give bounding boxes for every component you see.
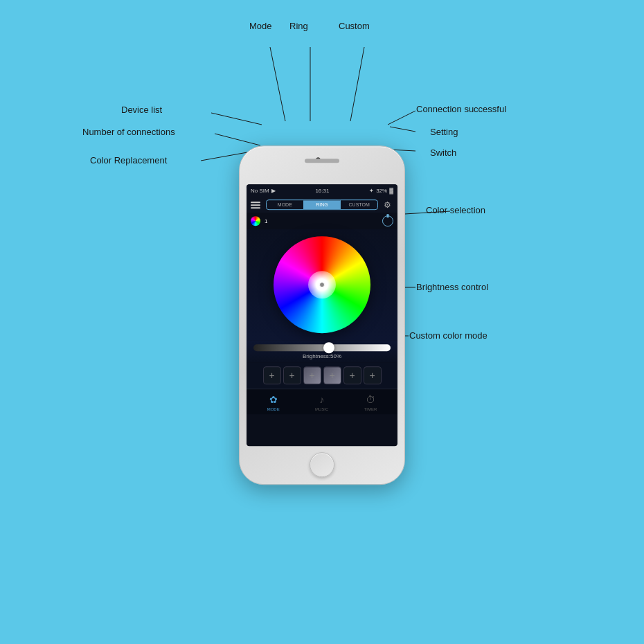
top-label-ring: Ring: [289, 21, 308, 31]
custom-chips-area: + + + + + +: [247, 362, 397, 388]
brightness-area: Brightness:50%: [247, 340, 397, 362]
brightness-control-label: Brightness control: [416, 282, 488, 292]
svg-line-4: [215, 134, 260, 145]
signal-icon: ▶: [271, 188, 276, 194]
svg-line-6: [388, 111, 415, 125]
chip-1[interactable]: +: [263, 366, 281, 384]
tab-buttons: MODE RING CUSTOM: [266, 199, 378, 210]
chip-6[interactable]: +: [364, 366, 382, 384]
device-list-label: Device list: [121, 105, 162, 115]
nav-mode-label: MODE: [267, 407, 280, 411]
tab-bar: MODE RING CUSTOM ⚙: [247, 197, 397, 213]
battery-text: 32%: [376, 188, 387, 194]
num-connections-label: Number of connections: [82, 127, 175, 137]
svg-line-3: [211, 113, 262, 125]
bluetooth-icon: ✦: [369, 188, 374, 194]
nav-music[interactable]: ♪ MUSIC: [315, 393, 328, 411]
phone-screen: No SIM ▶ 16:31 ✦ 32% ▓ MODE RING CU: [247, 184, 397, 446]
color-dot[interactable]: [251, 216, 260, 226]
wheel-center: [319, 282, 325, 287]
chip-2[interactable]: +: [283, 366, 301, 384]
top-label-custom: Custom: [339, 21, 370, 31]
color-wheel-area: [247, 229, 397, 340]
power-switch-icon[interactable]: [382, 215, 393, 226]
home-button[interactable]: [310, 452, 334, 477]
color-row: 1: [247, 213, 397, 229]
svg-line-2: [350, 47, 364, 121]
custom-color-mode-label: Custom color mode: [409, 330, 488, 341]
bottom-nav: ✿ MODE ♪ MUSIC ⏱ TIMER: [247, 388, 397, 414]
top-label-mode: Mode: [249, 21, 272, 31]
music-icon: ♪: [316, 393, 328, 406]
nav-mode[interactable]: ✿ MODE: [267, 393, 280, 411]
carrier-text: No SIM: [251, 188, 269, 194]
chip-5[interactable]: +: [343, 366, 361, 384]
nav-timer[interactable]: ⏱ TIMER: [364, 393, 377, 411]
color-wheel[interactable]: [274, 236, 370, 333]
switch-label: Switch: [430, 147, 456, 158]
time-display: 16:31: [315, 188, 329, 194]
color-replacement-label: Color Replacement: [90, 155, 167, 166]
setting-label: Setting: [430, 127, 458, 137]
tab-ring[interactable]: RING: [304, 200, 341, 209]
tab-custom[interactable]: CUSTOM: [341, 200, 377, 209]
brightness-thumb[interactable]: [323, 342, 334, 353]
phone-speaker: [305, 159, 339, 163]
battery-icon: ▓: [389, 188, 393, 194]
settings-icon[interactable]: ⚙: [384, 200, 393, 210]
svg-line-7: [390, 127, 415, 132]
status-bar: No SIM ▶ 16:31 ✦ 32% ▓: [247, 184, 397, 197]
connection-count: 1: [265, 218, 267, 224]
chip-3[interactable]: +: [303, 366, 321, 384]
phone-device: No SIM ▶ 16:31 ✦ 32% ▓ MODE RING CU: [239, 145, 405, 485]
connection-successful-label: Connection successful: [416, 104, 506, 114]
chip-4[interactable]: +: [323, 366, 341, 384]
nav-timer-label: TIMER: [364, 407, 377, 411]
mode-icon: ✿: [267, 393, 280, 406]
nav-music-label: MUSIC: [315, 407, 328, 411]
phone-body: No SIM ▶ 16:31 ✦ 32% ▓ MODE RING CU: [239, 145, 405, 485]
svg-line-0: [270, 47, 285, 121]
tab-mode[interactable]: MODE: [267, 200, 304, 209]
color-selection-label: Color selection: [426, 205, 485, 215]
timer-icon: ⏱: [364, 393, 377, 406]
brightness-label: Brightness:50%: [253, 353, 391, 359]
menu-icon[interactable]: [251, 202, 260, 208]
brightness-slider[interactable]: [253, 344, 391, 351]
